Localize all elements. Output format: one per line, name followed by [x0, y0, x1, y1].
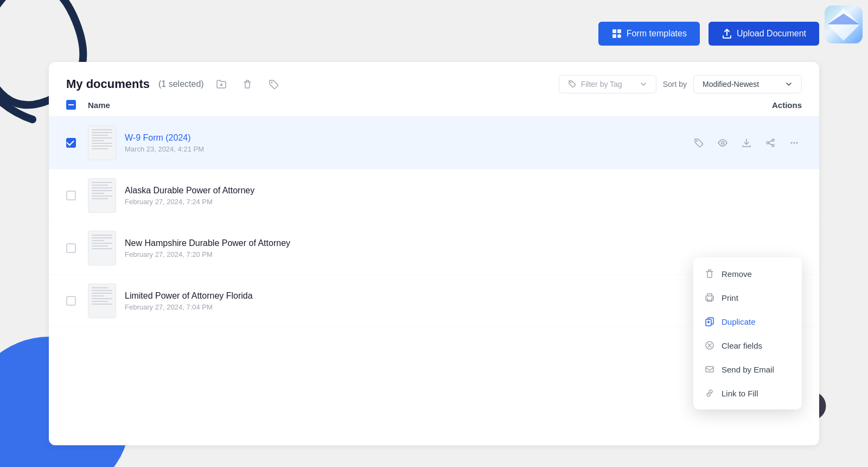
- selected-count: (1 selected): [158, 79, 204, 89]
- panel-header-right: Filter by Tag Sort by Modified-Newest: [559, 75, 802, 93]
- dropdown-clear-fields[interactable]: Clear fields: [693, 333, 802, 357]
- sort-dropdown[interactable]: Modified-Newest: [693, 75, 802, 93]
- main-content: Form templates Upload Document My docume…: [0, 0, 868, 467]
- doc-name-1: W-9 Form (2024): [125, 133, 682, 143]
- row-actions-1: [682, 135, 802, 150]
- dropdown-duplicate-label: Duplicate: [722, 317, 756, 326]
- svg-rect-8: [617, 29, 621, 33]
- duplicate-icon: [704, 316, 715, 327]
- svg-rect-21: [706, 296, 713, 300]
- svg-point-18: [791, 142, 793, 144]
- svg-rect-7: [612, 29, 616, 33]
- top-toolbar: Form templates Upload Document: [49, 0, 819, 62]
- doc-checkbox-2[interactable]: [66, 191, 76, 200]
- svg-point-22: [712, 297, 713, 298]
- svg-point-15: [772, 139, 774, 141]
- doc-date-1: March 23, 2024, 4:21 PM: [125, 145, 682, 153]
- dropdown-remove-label: Remove: [722, 269, 752, 279]
- link-icon: [704, 388, 715, 399]
- svg-point-14: [722, 142, 724, 144]
- documents-panel: My documents (1 selected): [49, 62, 819, 445]
- doc-thumbnail-3: [88, 231, 116, 266]
- doc-info-3: New Hampshire Durable Power of Attorney …: [125, 238, 802, 258]
- delete-icon[interactable]: [239, 75, 256, 93]
- move-to-folder-icon[interactable]: [213, 75, 230, 93]
- filter-by-tag-dropdown[interactable]: Filter by Tag: [559, 75, 656, 93]
- doc-checkbox-4[interactable]: [66, 296, 76, 306]
- svg-point-17: [772, 144, 774, 147]
- share-action-icon[interactable]: [763, 135, 778, 150]
- doc-thumbnail-4: [88, 283, 116, 318]
- col-actions-header: Actions: [682, 100, 802, 110]
- doc-info-1: W-9 Form (2024) March 23, 2024, 4:21 PM: [125, 133, 682, 153]
- svg-point-16: [767, 142, 769, 144]
- document-row[interactable]: Alaska Durable Power of Attorney Februar…: [49, 169, 819, 222]
- svg-rect-9: [612, 34, 616, 38]
- select-all-checkbox[interactable]: [66, 100, 76, 110]
- chevron-down-icon: [640, 80, 647, 88]
- print-icon: [704, 292, 715, 303]
- svg-point-11: [271, 82, 272, 84]
- svg-point-12: [570, 82, 571, 83]
- view-action-icon[interactable]: [715, 135, 730, 150]
- doc-name-2: Alaska Durable Power of Attorney: [125, 186, 802, 195]
- svg-rect-26: [706, 367, 713, 372]
- doc-thumbnail-1: [88, 125, 116, 160]
- panel-header: My documents (1 selected): [49, 62, 819, 93]
- svg-point-10: [617, 34, 621, 38]
- form-templates-icon: [611, 28, 622, 39]
- svg-point-19: [794, 142, 795, 144]
- upload-icon: [722, 28, 732, 39]
- upload-document-button[interactable]: Upload Document: [709, 22, 819, 46]
- tag-icon[interactable]: [265, 75, 282, 93]
- doc-name-3: New Hampshire Durable Power of Attorney: [125, 238, 802, 248]
- dropdown-print-label: Print: [722, 293, 738, 302]
- dropdown-clear-fields-label: Clear fields: [722, 341, 762, 350]
- panel-header-left: My documents (1 selected): [66, 75, 282, 93]
- document-row[interactable]: W-9 Form (2024) March 23, 2024, 4:21 PM: [49, 117, 819, 169]
- sort-label: Sort by: [663, 80, 687, 89]
- dropdown-duplicate[interactable]: Duplicate: [693, 310, 802, 333]
- more-action-icon[interactable]: [787, 135, 802, 150]
- context-dropdown-menu: Remove Print: [693, 257, 802, 409]
- col-name-header: Name: [88, 100, 682, 110]
- download-action-icon[interactable]: [739, 135, 754, 150]
- doc-checkbox-3[interactable]: [66, 243, 76, 253]
- table-header: Name Actions: [49, 93, 819, 117]
- app-icon: [825, 5, 863, 43]
- doc-checkbox-1[interactable]: [66, 138, 76, 148]
- doc-date-2: February 27, 2024, 7:24 PM: [125, 198, 802, 206]
- sort-chevron-icon: [785, 80, 793, 88]
- clear-fields-icon: [704, 340, 715, 351]
- doc-thumbnail-2: [88, 178, 116, 213]
- dropdown-send-email[interactable]: Send by Email: [693, 357, 802, 381]
- trash-icon: [704, 268, 715, 279]
- dropdown-send-email-label: Send by Email: [722, 365, 774, 374]
- dropdown-link-fill-label: Link to Fill: [722, 389, 758, 398]
- form-templates-button[interactable]: Form templates: [598, 22, 700, 46]
- dropdown-link-fill[interactable]: Link to Fill: [693, 381, 802, 405]
- svg-point-20: [796, 142, 798, 144]
- svg-point-13: [696, 140, 698, 142]
- email-icon: [704, 364, 715, 375]
- tag-filter-icon: [568, 80, 577, 89]
- doc-info-2: Alaska Durable Power of Attorney Februar…: [125, 186, 802, 206]
- tag-action-icon[interactable]: [691, 135, 706, 150]
- dropdown-print[interactable]: Print: [693, 286, 802, 310]
- panel-title: My documents: [66, 77, 150, 91]
- dropdown-remove[interactable]: Remove: [693, 262, 802, 286]
